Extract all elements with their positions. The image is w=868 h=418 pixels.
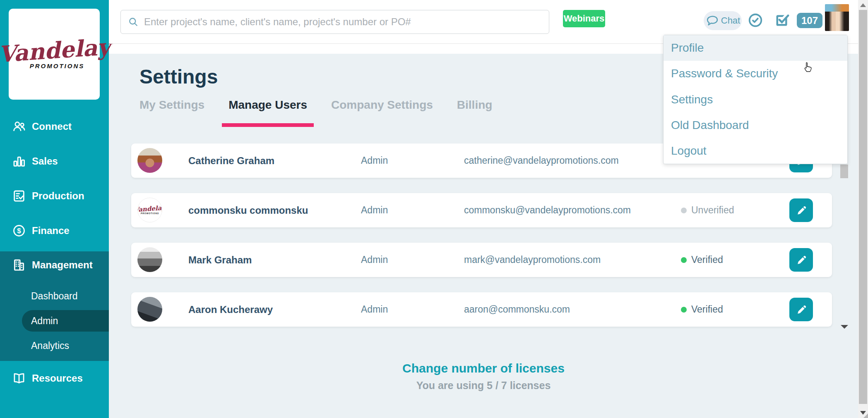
status-dot-icon bbox=[681, 208, 687, 213]
dollar-circle-icon: $ bbox=[12, 224, 26, 238]
people-icon bbox=[12, 119, 26, 134]
bar-chart-icon bbox=[12, 154, 26, 168]
sidebar-item-label: Connect bbox=[32, 121, 72, 132]
sidebar-subitem-dashboard[interactable]: Dashboard bbox=[22, 285, 109, 307]
user-row: Aaron Kucherawy Admin aaron@commonsku.co… bbox=[131, 292, 832, 327]
sidebar-item-finance[interactable]: $ Finance bbox=[12, 222, 109, 239]
sidebar-subitem-analytics[interactable]: Analytics bbox=[22, 335, 109, 356]
search-input[interactable] bbox=[144, 16, 542, 28]
settings-tabs: My Settings Manage Users Company Setting… bbox=[139, 98, 492, 112]
user-role: Admin bbox=[361, 243, 388, 277]
sidebar-subitem-admin[interactable]: Admin bbox=[22, 310, 109, 332]
user-name: commonsku commonsku bbox=[188, 193, 308, 227]
sidebar-item-label: Resources bbox=[32, 373, 83, 384]
webinars-button[interactable]: Webinars bbox=[563, 10, 605, 27]
user-email: mark@vandelaypromotions.com bbox=[464, 243, 601, 277]
tab-billing[interactable]: Billing bbox=[457, 98, 493, 112]
page-title: Settings bbox=[139, 65, 218, 88]
menu-item-profile[interactable]: Profile bbox=[664, 35, 847, 61]
page-scrollbar-thumb[interactable] bbox=[859, 10, 867, 404]
company-logo-name: Vandelay bbox=[0, 35, 111, 65]
mouse-cursor bbox=[802, 61, 814, 76]
sidebar-item-label: Finance bbox=[32, 225, 70, 236]
sidebar: Vandelay PROMOTIONS Connect Sales Produc… bbox=[0, 0, 109, 418]
scroll-up-arrow-icon[interactable] bbox=[860, 3, 866, 7]
sidebar-item-resources[interactable]: Resources bbox=[12, 370, 109, 387]
user-avatar: VandelayPROMOTIONS bbox=[137, 198, 162, 222]
sidebar-item-label: Production bbox=[32, 190, 84, 202]
search-icon bbox=[127, 16, 139, 28]
clock-check-icon bbox=[748, 12, 763, 28]
edit-user-button[interactable] bbox=[789, 248, 813, 272]
sidebar-item-sales[interactable]: Sales bbox=[12, 153, 109, 170]
user-name: Mark Graham bbox=[188, 243, 252, 277]
verification-status-badge: Verified bbox=[681, 292, 723, 327]
list-scrollbar-thumb[interactable] bbox=[840, 165, 848, 178]
list-scroll-down-arrow-icon[interactable] bbox=[841, 325, 848, 329]
licenses-usage-text: You are using 5 / 7 licenses bbox=[109, 380, 858, 392]
user-row: VandelayPROMOTIONS commonsku commonsku A… bbox=[131, 193, 832, 227]
tasks-button[interactable] bbox=[774, 13, 789, 29]
building-icon bbox=[12, 258, 26, 272]
change-licenses-link[interactable]: Change number of licenses bbox=[109, 361, 858, 375]
chat-bubble-icon bbox=[705, 14, 719, 27]
user-name: Aaron Kucherawy bbox=[188, 292, 273, 327]
user-email: catherine@vandelaypromotions.com bbox=[464, 143, 619, 178]
user-email: aaron@commonsku.com bbox=[464, 292, 570, 327]
checklist-icon bbox=[12, 189, 26, 203]
sidebar-item-production[interactable]: Production bbox=[12, 188, 109, 204]
status-label: Verified bbox=[691, 254, 723, 265]
checkbox-check-icon bbox=[774, 13, 789, 28]
pencil-icon bbox=[795, 303, 808, 316]
user-avatar bbox=[137, 148, 162, 173]
user-name: Catherine Graham bbox=[188, 143, 274, 178]
project-search bbox=[120, 10, 549, 34]
user-avatar-menu[interactable] bbox=[825, 4, 849, 31]
user-role: Admin bbox=[361, 292, 388, 327]
user-avatar bbox=[137, 297, 162, 322]
approvals-button[interactable] bbox=[748, 12, 763, 30]
management-section: Management Dashboard Admin Analytics bbox=[0, 251, 109, 361]
tab-company-settings[interactable]: Company Settings bbox=[331, 98, 433, 112]
user-role: Admin bbox=[361, 143, 388, 178]
edit-user-button[interactable] bbox=[789, 198, 813, 222]
user-role: Admin bbox=[361, 193, 388, 227]
tab-manage-users[interactable]: Manage Users bbox=[228, 98, 307, 112]
verification-status-badge: Verified bbox=[681, 243, 723, 277]
company-logo-name: Vandelay bbox=[137, 205, 162, 213]
sidebar-item-label: Management bbox=[32, 259, 93, 271]
page-scrollbar[interactable] bbox=[858, 0, 868, 418]
user-row: Mark Graham Admin mark@vandelaypromotion… bbox=[131, 243, 832, 277]
pencil-icon bbox=[795, 254, 808, 266]
pencil-icon bbox=[795, 204, 808, 217]
menu-item-old-dashboard[interactable]: Old Dashboard bbox=[664, 112, 847, 138]
chat-label: Chat bbox=[721, 15, 740, 26]
tab-my-settings[interactable]: My Settings bbox=[139, 98, 204, 112]
user-dropdown-menu: Profile Password & Security Settings Old… bbox=[663, 35, 848, 164]
status-label: Verified bbox=[691, 304, 723, 315]
menu-item-settings[interactable]: Settings bbox=[664, 86, 847, 112]
sidebar-item-label: Sales bbox=[32, 155, 58, 167]
edit-user-button[interactable] bbox=[789, 298, 813, 321]
resize-grip bbox=[863, 413, 868, 418]
app-window: Vandelay PROMOTIONS Connect Sales Produc… bbox=[0, 0, 868, 418]
menu-item-password-security[interactable]: Password & Security bbox=[664, 61, 847, 86]
sidebar-item-connect[interactable]: Connect bbox=[12, 118, 109, 135]
svg-text:$: $ bbox=[17, 227, 21, 235]
chat-button[interactable]: Chat bbox=[704, 11, 742, 30]
menu-item-logout[interactable]: Logout bbox=[664, 138, 847, 164]
verification-status-badge: Unverified bbox=[681, 193, 734, 227]
company-logo[interactable]: Vandelay PROMOTIONS bbox=[9, 9, 100, 100]
status-dot-icon bbox=[681, 307, 687, 313]
user-avatar bbox=[137, 247, 162, 272]
book-icon bbox=[12, 371, 26, 385]
status-label: Unverified bbox=[691, 205, 734, 216]
sidebar-item-management[interactable]: Management bbox=[12, 257, 109, 273]
notification-count-badge[interactable]: 107 bbox=[797, 13, 822, 28]
user-email: commonsku@vandelaypromotions.com bbox=[464, 193, 631, 227]
status-dot-icon bbox=[681, 257, 687, 263]
